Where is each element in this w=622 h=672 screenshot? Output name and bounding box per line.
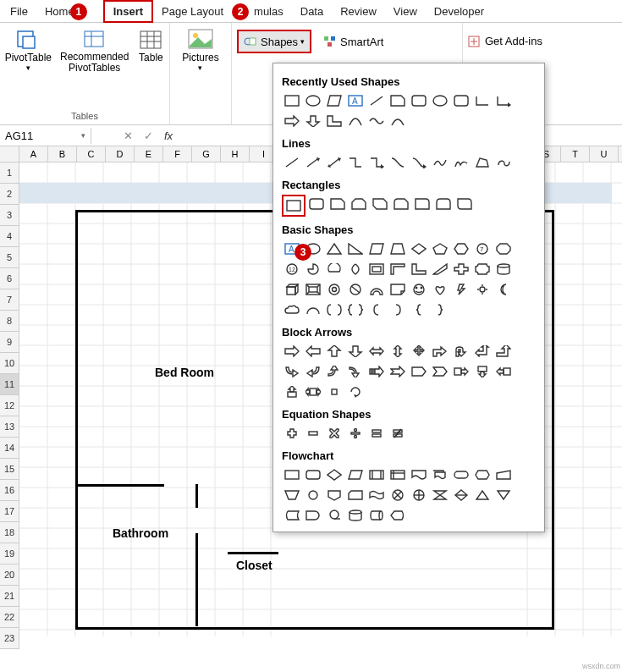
tab-formulas[interactable]: 2 mulas — [232, 2, 292, 21]
shape-flow-internal-storage-icon[interactable] — [388, 465, 408, 484]
shape-can-icon[interactable] — [493, 260, 514, 278]
shape-freeform-icon[interactable] — [472, 153, 493, 172]
shape-line-double-arrow-icon[interactable] — [324, 153, 344, 172]
shape-flow-data-icon[interactable] — [345, 465, 366, 484]
row-header[interactable]: 7 — [0, 289, 19, 311]
shape-flow-direct-access-icon[interactable] — [366, 506, 387, 525]
shape-arrow-updown-icon[interactable] — [388, 342, 408, 361]
shape-arrow-callout-left-icon[interactable] — [493, 362, 514, 381]
shape-arrow-callout-up-icon[interactable] — [282, 383, 302, 401]
shape-trapezoid-icon[interactable] — [388, 240, 408, 258]
row-header[interactable]: 2 — [0, 184, 19, 205]
shape-line-arrow-icon[interactable] — [303, 153, 323, 172]
shape-bevel-icon[interactable] — [303, 280, 323, 299]
shape-cube-icon[interactable] — [282, 280, 302, 299]
row-header[interactable]: 23 — [0, 628, 19, 649]
shape-arc-icon[interactable] — [303, 300, 323, 319]
shape-lightning-icon[interactable] — [451, 280, 471, 299]
shape-rectangle-icon[interactable] — [282, 195, 305, 217]
shape-snip-same-side-icon[interactable] — [349, 195, 369, 213]
shape-elbow-arrow-icon[interactable] — [493, 91, 514, 110]
shape-flow-manual-op-icon[interactable] — [282, 486, 302, 504]
shape-flow-sort-icon[interactable] — [451, 486, 471, 504]
shape-flow-summing-icon[interactable] — [388, 486, 408, 504]
shape-curved-arrow-icon[interactable] — [409, 153, 429, 172]
get-addins-button[interactable]: Get Add-ins — [468, 35, 542, 47]
shape-arrow-curved-right-icon[interactable] — [282, 362, 302, 381]
shape-multiply-sign-icon[interactable] — [324, 424, 344, 443]
shape-flow-multidoc-icon[interactable] — [430, 465, 450, 484]
tab-home[interactable]: Home 1 — [36, 2, 83, 21]
row-header[interactable]: 9 — [0, 332, 19, 353]
shape-arrow-curved-left-icon[interactable] — [303, 362, 323, 381]
row-header[interactable]: 6 — [0, 268, 19, 289]
shape-heart-icon[interactable] — [430, 280, 450, 299]
shape-scribble-icon[interactable] — [451, 153, 471, 172]
col-header[interactable]: F — [163, 146, 192, 162]
shape-rounded-rect-icon[interactable] — [409, 91, 429, 110]
shape-flow-display-icon[interactable] — [388, 506, 408, 525]
shape-arrow-callout-quad-icon[interactable] — [324, 383, 344, 401]
shape-line-icon[interactable] — [366, 91, 387, 110]
col-header[interactable]: U — [590, 146, 619, 162]
shape-round-diag-icon[interactable] — [454, 195, 475, 213]
row-header[interactable]: 12 — [0, 395, 19, 416]
shape-arrow-uturn-icon[interactable] — [451, 342, 471, 361]
shape-arrow-curved-down-icon[interactable] — [345, 362, 366, 381]
shape-textbox-icon[interactable]: A — [345, 91, 366, 110]
shape-l-shape-icon[interactable] — [324, 112, 344, 130]
shape-sun-icon[interactable] — [472, 280, 493, 299]
shape-round-single-icon[interactable] — [412, 195, 432, 213]
shape-flow-stored-data-icon[interactable] — [282, 506, 302, 525]
shape-arrow-up-icon[interactable] — [324, 342, 344, 361]
row-header[interactable]: 3 — [0, 205, 19, 226]
shape-arrow-down-icon[interactable] — [345, 342, 366, 361]
shape-flow-offpage-icon[interactable] — [324, 486, 344, 504]
shape-cloud-icon[interactable] — [282, 300, 302, 319]
shape-arc-icon[interactable] — [388, 112, 408, 130]
shape-flow-card-icon[interactable] — [345, 486, 366, 504]
shape-arrow-leftup-icon[interactable] — [472, 342, 493, 361]
row-header[interactable]: 13 — [0, 416, 19, 438]
tab-insert[interactable]: Insert — [103, 0, 153, 23]
cancel-formula-icon[interactable]: ✕ — [120, 129, 135, 142]
shape-double-bracket-icon[interactable] — [324, 300, 344, 319]
enter-formula-icon[interactable]: ✓ — [140, 129, 156, 142]
shape-plus-icon[interactable] — [451, 260, 471, 278]
shape-flow-connector-icon[interactable] — [303, 486, 323, 504]
shape-heptagon-icon[interactable]: 7 — [472, 240, 493, 258]
shape-folded-corner-icon[interactable] — [388, 91, 408, 110]
row-header[interactable]: 18 — [0, 522, 19, 543]
shape-pie-icon[interactable] — [303, 260, 323, 278]
shape-left-brace-icon[interactable] — [409, 300, 429, 319]
shape-half-frame-icon[interactable] — [388, 260, 408, 278]
shape-flow-document-icon[interactable] — [409, 465, 429, 484]
shape-teardrop-icon[interactable] — [345, 260, 366, 278]
shape-chord-icon[interactable] — [324, 260, 344, 278]
recommended-pivottables-button[interactable]: Recommended PivotTables — [57, 26, 132, 75]
row-header[interactable]: 10 — [0, 353, 19, 374]
smartart-button[interactable]: SmartArt — [323, 36, 383, 48]
shape-rounded-rect-icon[interactable] — [451, 91, 471, 110]
shape-elbow-connector-icon[interactable] — [472, 91, 493, 110]
shape-arrow-callout-leftright-icon[interactable] — [303, 383, 323, 401]
shape-flow-terminator-icon[interactable] — [451, 465, 471, 484]
shape-arrow-bent-icon[interactable] — [430, 342, 450, 361]
shape-flow-preparation-icon[interactable] — [472, 465, 493, 484]
shape-rounded-rect-icon[interactable] — [306, 195, 327, 213]
col-header[interactable]: A — [19, 146, 48, 162]
shape-arrow-quad-icon[interactable] — [409, 342, 429, 361]
shape-circular-arrow-icon[interactable] — [345, 383, 366, 401]
shape-right-brace-icon[interactable] — [430, 300, 450, 319]
shape-diamond-icon[interactable] — [409, 240, 429, 258]
shape-plaque-icon[interactable] — [472, 260, 493, 278]
shape-elbow-connector-icon[interactable] — [345, 153, 366, 172]
shape-arrow-down-icon[interactable] — [303, 112, 323, 130]
shape-round-same-side-icon[interactable] — [433, 195, 454, 213]
shape-wave-icon[interactable] — [366, 112, 387, 130]
shape-division-sign-icon[interactable] — [345, 424, 366, 443]
shape-arrow-left-icon[interactable] — [303, 342, 323, 361]
shape-flow-seq-access-icon[interactable] — [324, 506, 344, 525]
shape-smiley-icon[interactable] — [409, 280, 429, 299]
shape-flow-predefined-icon[interactable] — [366, 465, 387, 484]
